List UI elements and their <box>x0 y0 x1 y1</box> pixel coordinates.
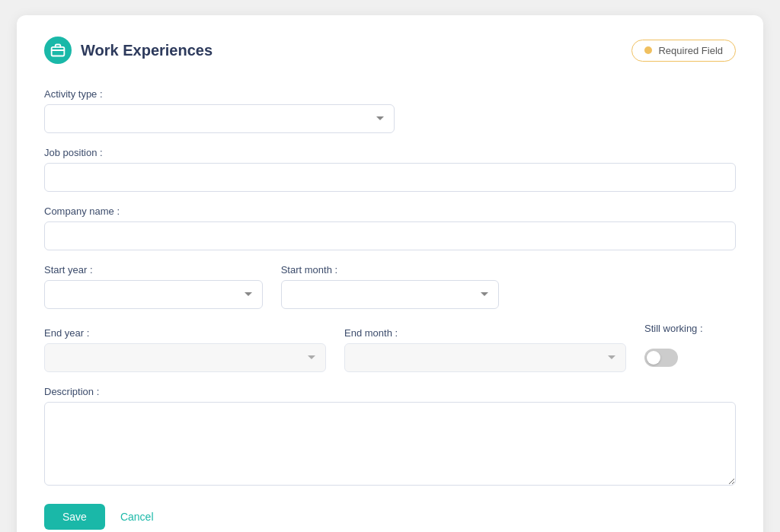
toggle-slider <box>644 349 678 367</box>
description-textarea[interactable] <box>44 402 736 486</box>
still-working-col: Still working : <box>644 323 736 372</box>
job-position-section: Job position : <box>44 147 736 192</box>
page-title: Work Experiences <box>81 42 213 59</box>
briefcase-icon <box>44 37 72 64</box>
activity-type-select[interactable]: Employment Internship Volunteer Freelanc… <box>44 104 395 133</box>
end-year-label: End year : <box>44 327 326 339</box>
company-name-label: Company name : <box>44 205 736 217</box>
still-working-label: Still working : <box>644 323 736 334</box>
activity-type-section: Activity type : Employment Internship Vo… <box>44 88 736 133</box>
save-button[interactable]: Save <box>44 504 105 530</box>
end-date-section: End year : 2024 2023 2022 End month : Ja… <box>44 323 736 372</box>
end-year-select[interactable]: 2024 2023 2022 <box>44 343 326 372</box>
still-working-toggle-wrapper <box>644 343 736 372</box>
required-field-label: Required Field <box>658 45 723 56</box>
svg-rect-0 <box>52 47 65 56</box>
footer-buttons: Save Cancel <box>44 504 736 530</box>
job-position-input[interactable] <box>44 163 736 192</box>
required-field-badge: Required Field <box>631 40 736 62</box>
end-month-col: End month : January February <box>344 327 626 372</box>
start-date-section: Start year : 2024 2023 2022 2021 2020 St… <box>44 264 736 309</box>
end-year-col: End year : 2024 2023 2022 <box>44 327 326 372</box>
end-date-row: End year : 2024 2023 2022 End month : Ja… <box>44 323 736 372</box>
activity-type-label: Activity type : <box>44 88 736 100</box>
end-month-select[interactable]: January February <box>344 343 626 372</box>
start-month-select[interactable]: January February March April May June Ju… <box>281 280 500 309</box>
start-month-col: Start month : January February March Apr… <box>281 264 500 309</box>
job-position-label: Job position : <box>44 147 736 158</box>
header: Work Experiences Required Field <box>44 37 736 64</box>
required-dot-icon <box>644 46 652 54</box>
company-name-input[interactable] <box>44 221 736 250</box>
work-experiences-card: Work Experiences Required Field Activity… <box>17 15 763 532</box>
start-date-row: Start year : 2024 2023 2022 2021 2020 St… <box>44 264 736 309</box>
start-year-col: Start year : 2024 2023 2022 2021 2020 <box>44 264 263 309</box>
activity-type-select-wrapper: Employment Internship Volunteer Freelanc… <box>44 104 395 133</box>
cancel-button[interactable]: Cancel <box>117 504 157 530</box>
start-year-select[interactable]: 2024 2023 2022 2021 2020 <box>44 280 263 309</box>
header-left: Work Experiences <box>44 37 213 64</box>
company-name-section: Company name : <box>44 205 736 250</box>
end-month-label: End month : <box>344 327 626 339</box>
start-month-label: Start month : <box>281 264 500 276</box>
start-year-label: Start year : <box>44 264 263 276</box>
description-section: Description : <box>44 386 736 489</box>
description-label: Description : <box>44 386 736 397</box>
still-working-toggle[interactable] <box>644 349 678 367</box>
